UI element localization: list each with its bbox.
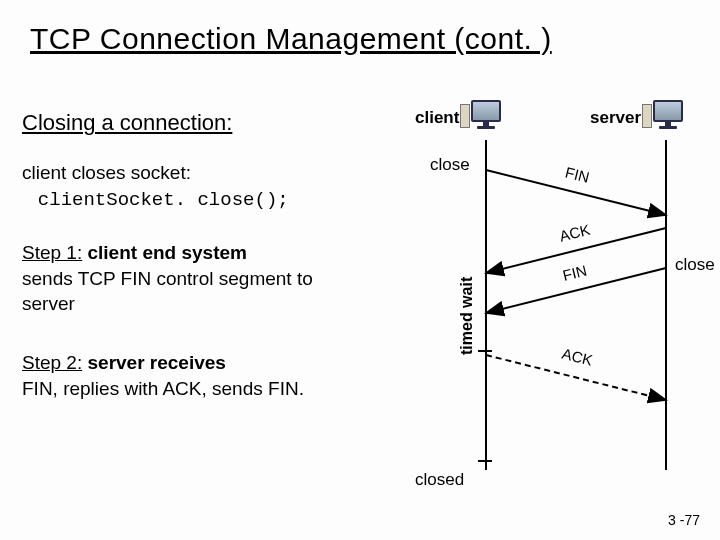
step-2-lead: Step 2: xyxy=(22,352,82,373)
page-title: TCP Connection Management (cont. ) xyxy=(30,22,552,56)
label-ack-2: ACK xyxy=(560,345,594,369)
label-fin-2: FIN xyxy=(561,261,589,283)
step-1: Step 1: client end system sends TCP FIN … xyxy=(22,240,362,317)
label-ack-1: ACK xyxy=(558,221,592,245)
code-line-2: clientSocket. close(); xyxy=(38,189,289,211)
slide: TCP Connection Management (cont. ) Closi… xyxy=(0,0,720,540)
step-2: Step 2: server receives FIN, replies wit… xyxy=(22,350,362,401)
step-2-rest: FIN, replies with ACK, sends FIN. xyxy=(22,378,304,399)
step-1-rest: sends TCP FIN control segment to server xyxy=(22,268,313,315)
step-1-lead: Step 1: xyxy=(22,242,82,263)
code-line-1: client closes socket: xyxy=(22,162,191,183)
step-2-bold: server receives xyxy=(82,352,226,373)
slide-number: 3 -77 xyxy=(668,512,700,528)
label-fin-1: FIN xyxy=(564,163,592,185)
messages-svg: FIN ACK FIN ACK xyxy=(360,100,700,500)
step-1-bold: client end system xyxy=(82,242,247,263)
code-block: client closes socket: clientSocket. clos… xyxy=(22,160,289,213)
sequence-diagram: client server close close closed timed w… xyxy=(360,100,700,500)
closing-subhead: Closing a connection: xyxy=(22,110,232,136)
